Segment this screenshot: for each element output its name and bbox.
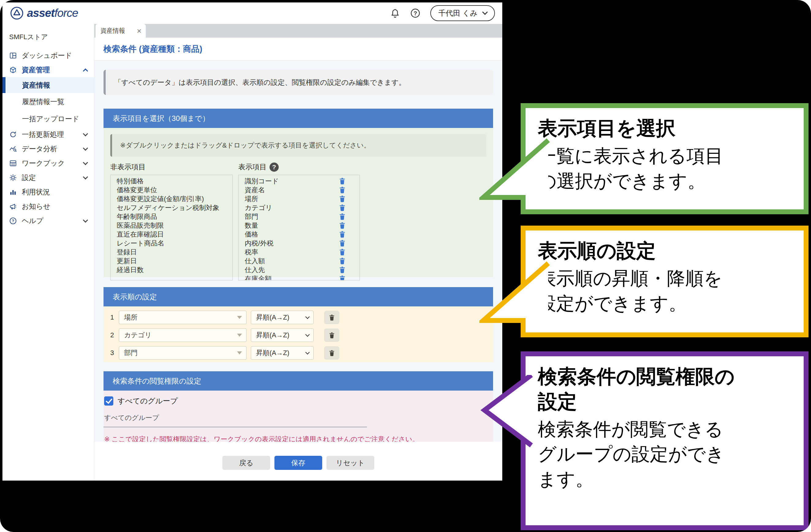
hidden-list-item[interactable]: 医薬品販売制限 — [110, 221, 232, 230]
trash-icon[interactable] — [338, 204, 346, 212]
trash-icon[interactable] — [338, 231, 346, 238]
top-bar: assetforce ? 千代田 くみ — [2, 2, 502, 24]
visible-list-item[interactable]: 価格 — [239, 230, 359, 239]
sidebar-item-settings[interactable]: 設定 — [2, 171, 94, 185]
trash-icon[interactable] — [338, 239, 346, 247]
question-circle-icon: ? — [9, 217, 17, 225]
trash-icon[interactable] — [338, 213, 346, 220]
sidebar-item-data-analysis[interactable]: データ分析 — [2, 142, 94, 156]
sort-row: 1 場所 昇順(A→Z) — [110, 311, 486, 324]
gear-icon — [9, 174, 17, 182]
trash-icon[interactable] — [338, 177, 346, 185]
sort-direction-select[interactable]: 昇順(A→Z) — [251, 346, 313, 360]
group-field[interactable]: すべてのグループ — [104, 413, 367, 427]
tab-asset-info[interactable]: 資産情報 × — [95, 24, 146, 38]
sidebar-item-asset-management[interactable]: 資産管理 — [2, 63, 94, 77]
assetforce-logo: assetforce — [10, 6, 78, 20]
sort-row-number: 1 — [110, 313, 117, 322]
sidebar-item-usage[interactable]: 利用状況 — [2, 185, 94, 199]
visible-list-item[interactable]: 識別コード — [239, 177, 359, 186]
sort-direction-select[interactable]: 昇順(A→Z) — [251, 328, 313, 342]
sort-row-number: 2 — [110, 331, 117, 339]
callout-sort-order: 表示順の設定 表示順の昇順・降順を 設定ができます。 — [521, 225, 809, 337]
reset-button[interactable]: リセット — [326, 456, 374, 470]
visible-list-item[interactable]: 仕入額 — [239, 256, 359, 265]
analytics-icon — [9, 145, 17, 153]
sidebar-item-dashboard[interactable]: ダッシュボード — [2, 48, 94, 63]
visible-list-item[interactable]: 内税/外税 — [239, 239, 359, 248]
hidden-items-list[interactable]: 特別価格 価格変更単位 価格変更設定値(金額/割引率) — [110, 175, 233, 280]
user-name: 千代田 くみ — [438, 8, 477, 18]
hidden-list-item[interactable]: 直近在庫確認日 — [110, 230, 232, 239]
visible-list-item[interactable]: 在庫金額 — [239, 274, 359, 280]
visible-list-item[interactable]: 数量 — [239, 221, 359, 230]
delete-sort-row-button[interactable] — [324, 328, 339, 342]
sidebar-item-help[interactable]: ? ヘルプ — [2, 214, 94, 228]
visible-list-item[interactable]: 資産名 — [239, 186, 359, 194]
display-item-panel: 表示項目を選択（30個まで） ※ダブルクリックまたはドラッグ&ドロップで表示する… — [104, 109, 493, 277]
page-heading-row: 検索条件 (資産種類：商品) — [94, 38, 502, 61]
hidden-list-item[interactable]: セルフメディケーション税制対象 — [110, 203, 232, 212]
delete-sort-row-button[interactable] — [324, 346, 339, 360]
sidebar-item-asset-info[interactable]: 資産情報 — [2, 77, 94, 93]
hidden-list-item[interactable]: 価格変更単位 — [110, 186, 232, 194]
sort-field-dropdown[interactable]: カテゴリ — [119, 328, 247, 342]
trash-icon[interactable] — [338, 222, 346, 229]
sidebar-item-bulk-update[interactable]: 一括更新処理 — [2, 127, 94, 142]
all-groups-label: すべてのグループ — [118, 396, 178, 406]
callout-purple-pointer — [479, 375, 553, 452]
hidden-list-item[interactable]: 年齢制限商品 — [110, 212, 232, 221]
sort-field-dropdown[interactable]: 部門 — [119, 346, 247, 360]
page-title: 検索条件 (資産種類：商品) — [104, 44, 202, 54]
permission-panel-header: 検索条件の閲覧権限の設定 — [104, 371, 493, 391]
trash-icon[interactable] — [338, 186, 346, 194]
user-menu-button[interactable]: 千代田 くみ — [430, 5, 495, 21]
delete-sort-row-button[interactable] — [324, 311, 339, 324]
chevron-down-icon — [305, 314, 310, 319]
trash-icon[interactable] — [338, 266, 346, 273]
sidebar-item-workbook[interactable]: ワークブック — [2, 156, 94, 171]
app-window: assetforce ? 千代田 くみ — [2, 2, 502, 481]
info-notice: 「すべてのデータ」は表示項目の選択、表示順の設定、閲覧権限の設定のみ編集できます… — [104, 70, 493, 95]
help-badge-icon[interactable]: ? — [270, 162, 279, 172]
dropdown-caret-icon — [237, 316, 242, 319]
chevron-down-icon — [305, 332, 310, 337]
visible-list-item[interactable]: 仕入先 — [239, 265, 359, 274]
hidden-list-item[interactable]: 更新日 — [110, 256, 232, 265]
sidebar-item-bulk-upload[interactable]: 一括アップロード — [2, 110, 94, 127]
visible-list-item[interactable]: 部門 — [239, 212, 359, 221]
notification-bell-icon[interactable] — [390, 8, 400, 18]
trash-icon[interactable] — [338, 257, 346, 265]
bar-chart-icon — [9, 188, 17, 196]
hidden-list-item[interactable]: 経過日数 — [110, 265, 232, 274]
callout-yellow-pointer — [479, 258, 553, 338]
hidden-list-item[interactable]: 特別価格 — [110, 177, 232, 186]
save-button[interactable]: 保存 — [274, 456, 322, 470]
permission-panel: 検索条件の閲覧権限の設定 すべてのグループ すべてのグループ ※ ここで設定した… — [104, 371, 493, 442]
tab-label: 資産情報 — [101, 27, 125, 35]
chevron-up-icon — [83, 68, 88, 74]
help-icon[interactable]: ? — [410, 8, 420, 18]
trash-icon[interactable] — [338, 195, 346, 203]
content: 「すべてのデータ」は表示項目の選択、表示順の設定、閲覧権限の設定のみ編集できます… — [94, 61, 502, 481]
visible-list-item[interactable]: カテゴリ — [239, 203, 359, 212]
drag-drop-hint: ※ダブルクリックまたはドラッグ&ドロップで表示する項目を選択してください。 — [110, 134, 486, 157]
trash-icon — [328, 332, 335, 339]
visible-items-list[interactable]: 識別コード 資産名 — [238, 175, 360, 280]
back-button[interactable]: 戻る — [223, 456, 270, 470]
hidden-list-item[interactable]: 登録日 — [110, 248, 232, 256]
hidden-list-item[interactable]: レシート商品名 — [110, 239, 232, 248]
all-groups-checkbox[interactable] — [104, 396, 113, 406]
dropdown-caret-icon — [237, 334, 242, 337]
close-icon[interactable]: × — [137, 27, 141, 35]
sidebar-item-history-list[interactable]: 履歴情報一覧 — [2, 93, 94, 110]
hidden-list-item[interactable]: 価格変更設定値(金額/割引率) — [110, 194, 232, 203]
trash-icon[interactable] — [338, 275, 346, 280]
main-area: 資産情報 × 検索条件 (資産種類：商品) 「すべてのデータ」は表示項目の選択、… — [94, 24, 502, 481]
sort-direction-select[interactable]: 昇順(A→Z) — [251, 311, 313, 324]
sidebar-item-news[interactable]: お知らせ — [2, 199, 94, 214]
visible-list-item[interactable]: 税率 — [239, 248, 359, 256]
trash-icon[interactable] — [338, 248, 346, 256]
sort-field-dropdown[interactable]: 場所 — [119, 311, 247, 324]
visible-list-item[interactable]: 場所 — [239, 194, 359, 203]
